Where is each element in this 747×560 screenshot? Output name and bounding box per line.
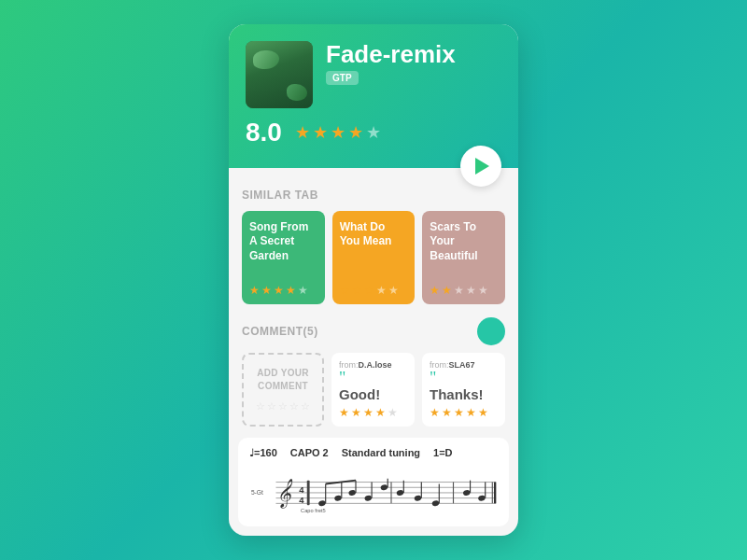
star-1: ★: [295, 122, 310, 143]
star-2: ★: [313, 122, 328, 143]
header-top: Fade-remix GTP: [246, 41, 501, 108]
tab-title-2: Scars To Your Beautiful: [430, 220, 498, 276]
comment-dot: [477, 317, 505, 345]
svg-point-22: [396, 489, 404, 496]
svg-text:4: 4: [299, 496, 304, 506]
comment-text-0: Good!: [339, 386, 407, 402]
tab-stars-1: ★ ★ ★ ★ ★: [340, 284, 408, 297]
tab-stars-0: ★ ★ ★ ★ ★: [249, 284, 317, 297]
star-3: ★: [331, 122, 345, 143]
svg-point-15: [348, 489, 357, 496]
comment-quote-0: ": [339, 371, 407, 385]
sheet-tuning: Standard tuning: [342, 447, 420, 459]
album-art: [246, 41, 313, 108]
svg-point-19: [380, 484, 388, 491]
sheet-meta: ♩=160 CAPO 2 Standard tuning 1=D: [249, 447, 498, 459]
comment-card-1: from:SLA67 " Thanks! ★ ★ ★ ★ ★: [422, 353, 505, 427]
svg-text:5-Gt: 5-Gt: [251, 489, 263, 496]
play-icon: [475, 158, 489, 175]
svg-point-32: [477, 495, 486, 501]
svg-text:𝄞: 𝄞: [276, 480, 293, 510]
comment-stars-1: ★ ★ ★ ★ ★: [430, 406, 498, 419]
svg-point-13: [334, 495, 343, 501]
sheet-music: 5-Gt 𝄞 4 4 Capo fret5: [249, 467, 498, 517]
tab-title-1: What Do You Mean: [340, 220, 408, 276]
star-4: ★: [348, 122, 363, 143]
comment-from-1: from:SLA67: [430, 360, 498, 370]
svg-point-30: [462, 489, 471, 496]
card-header: Fade-remix GTP 8.0 ★ ★ ★ ★ ★: [229, 24, 518, 168]
comment-stars-0: ★ ★ ★ ★ ★: [339, 406, 407, 419]
svg-rect-9: [307, 481, 310, 506]
tab-card-0[interactable]: Song From A Secret Garden ★ ★ ★ ★ ★: [242, 211, 325, 304]
svg-point-17: [364, 495, 373, 501]
sheet-capo: CAPO 2: [290, 447, 329, 459]
main-card: Fade-remix GTP 8.0 ★ ★ ★ ★ ★ SIMILAR TAB…: [229, 24, 518, 536]
star-5: ★: [366, 122, 381, 143]
similar-tab-section: SIMILAR TAB Song From A Secret Garden ★ …: [229, 168, 518, 314]
rating-score: 8.0: [246, 118, 282, 147]
header-stars: ★ ★ ★ ★ ★: [295, 122, 381, 143]
svg-point-11: [317, 500, 326, 507]
tab-title-0: Song From A Secret Garden: [249, 220, 317, 276]
sheet-key: 1=D: [433, 447, 453, 459]
add-comment-label: ADD YOUR COMMENT: [249, 367, 317, 393]
sheet-tempo: ♩=160: [249, 447, 277, 459]
comment-from-0: from:D.A.lose: [339, 360, 407, 370]
rating-row: 8.0 ★ ★ ★ ★ ★: [246, 118, 501, 147]
comment-section-title: COMMENT(5): [242, 325, 318, 338]
add-comment-box[interactable]: ADD YOUR COMMENT ☆ ☆ ☆ ☆ ☆: [242, 353, 324, 427]
svg-point-26: [431, 500, 440, 507]
svg-point-24: [414, 495, 422, 501]
track-title: Fade-remix: [326, 41, 501, 68]
sheet-section: ♩=160 CAPO 2 Standard tuning 1=D 5-Gt 𝄞 …: [238, 438, 509, 526]
comment-card-0: from:D.A.lose " Good! ★ ★ ★ ★ ★: [331, 353, 415, 427]
tab-stars-2: ★ ★ ★ ★ ★: [430, 284, 498, 297]
comment-header: COMMENT(5): [229, 314, 518, 353]
add-comment-stars: ☆ ☆ ☆ ☆ ☆: [256, 400, 310, 413]
comment-quote-1: ": [430, 371, 498, 385]
track-badge: GTP: [326, 71, 359, 85]
play-button[interactable]: [460, 146, 501, 187]
svg-text:Capo fret5: Capo fret5: [301, 508, 326, 513]
track-info: Fade-remix GTP: [326, 41, 501, 86]
svg-text:4: 4: [299, 484, 304, 495]
similar-tabs-list: Song From A Secret Garden ★ ★ ★ ★ ★ What…: [242, 211, 505, 304]
comments-row: ADD YOUR COMMENT ☆ ☆ ☆ ☆ ☆ from:D.A.lose…: [229, 353, 518, 438]
tab-card-2[interactable]: Scars To Your Beautiful ★ ★ ★ ★ ★: [422, 211, 505, 304]
tab-card-1[interactable]: What Do You Mean ★ ★ ★ ★ ★: [332, 211, 416, 304]
similar-tab-title: SIMILAR TAB: [242, 181, 505, 202]
comment-text-1: Thanks!: [430, 386, 498, 402]
